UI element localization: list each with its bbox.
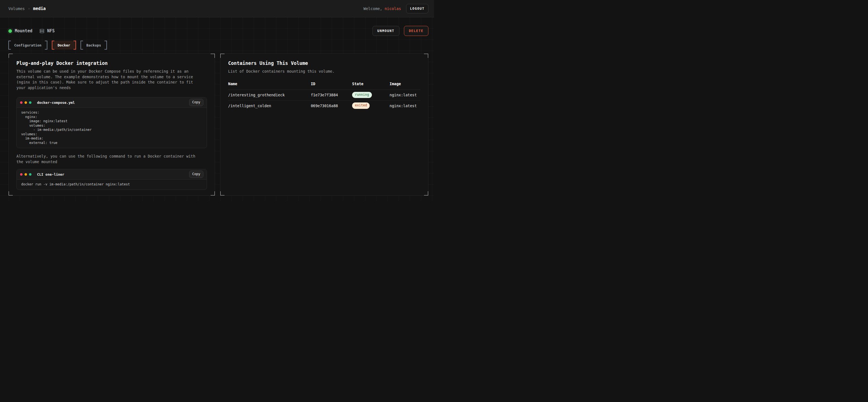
container-id: f1e73e7f3884 (311, 93, 352, 97)
delete-button[interactable]: DELETE (404, 26, 428, 36)
cli-intro-text: Alternatively, you can use the following… (17, 154, 201, 165)
containers-panel: Containers Using This Volume List of Doc… (220, 54, 428, 196)
container-image: nginx:latest (390, 93, 420, 97)
containers-table: Name ID State Image /interesting_grothen… (228, 81, 420, 111)
traffic-light-red-icon (20, 101, 23, 104)
logout-button[interactable]: LOGOUT (406, 4, 428, 13)
header-id: ID (311, 81, 352, 86)
traffic-light-green-icon (29, 101, 31, 104)
traffic-light-red-icon (20, 173, 23, 176)
table-row: /interesting_grothendieck f1e73e7f3884 r… (228, 90, 420, 100)
volume-status-group: Mounted NFS (8, 28, 55, 33)
status-row: Mounted NFS UNMOUNT DELET (8, 26, 428, 36)
traffic-light-amber-icon (25, 101, 27, 104)
container-state: exited (352, 102, 390, 109)
tab-configuration[interactable]: Configuration (8, 41, 48, 49)
panel-corner (220, 54, 224, 58)
chevron-right-icon: › (28, 6, 30, 10)
panel-corner (8, 54, 13, 58)
page-content: Mounted NFS UNMOUNT DELET (0, 26, 434, 196)
containers-table-header: Name ID State Image (228, 81, 420, 90)
traffic-light-amber-icon (25, 173, 27, 176)
compose-filename: docker-compose.yml (37, 100, 75, 105)
container-image: nginx:latest (390, 104, 420, 108)
panel-corner (424, 191, 428, 196)
status-badge: exited (352, 102, 370, 109)
container-name: /interesting_grothendieck (228, 93, 311, 97)
mounted-status-dot-icon (8, 29, 12, 33)
tab-docker[interactable]: Docker (52, 41, 76, 49)
docker-panel-title: Plug-and-play Docker integration (17, 60, 207, 66)
compose-copy-button[interactable]: Copy (189, 99, 203, 106)
welcome-text: Welcome, nicolas (364, 6, 401, 11)
fs-type-label: NFS (47, 28, 55, 33)
topbar: Volumes › media Welcome, nicolas LOGOUT (0, 0, 434, 17)
containers-panel-title: Containers Using This Volume (228, 60, 420, 66)
username: nicolas (385, 6, 401, 11)
containers-panel-subtitle: List of Docker containers mounting this … (228, 69, 412, 74)
breadcrumb-current-volume: media (33, 6, 46, 11)
tab-backups[interactable]: Backups (81, 41, 107, 49)
compose-code: services: nginx: image: nginx:latest vol… (17, 108, 207, 148)
volume-detail-page: Volumes › media Welcome, nicolas LOGOUT … (0, 0, 434, 201)
compose-code-block: docker-compose.yml Copy services: nginx:… (17, 97, 207, 148)
server-icon (39, 29, 44, 33)
status-badge: running (352, 92, 372, 98)
mount-status-label: Mounted (15, 28, 32, 33)
container-id: 069e73016a88 (311, 104, 352, 108)
topbar-right: Welcome, nicolas LOGOUT (364, 4, 428, 13)
panel-corner (8, 191, 13, 196)
panel-corner (424, 54, 428, 58)
volume-actions: UNMOUNT DELETE (372, 26, 428, 36)
cli-title: CLI one-liner (37, 172, 64, 176)
cli-code-block: CLI one-liner Copy docker run -v im-medi… (17, 169, 207, 190)
panels: Plug-and-play Docker integration This vo… (8, 54, 428, 196)
breadcrumb-volumes-link[interactable]: Volumes (8, 6, 25, 11)
cli-copy-button[interactable]: Copy (189, 171, 203, 178)
panel-corner (220, 191, 224, 196)
panel-corner (211, 54, 215, 58)
unmount-button[interactable]: UNMOUNT (372, 26, 399, 36)
cli-code-header: CLI one-liner Copy (17, 169, 207, 179)
welcome-prefix: Welcome, (364, 6, 385, 11)
header-state: State (352, 81, 390, 86)
breadcrumb: Volumes › media (8, 6, 46, 11)
mount-status: Mounted (8, 28, 32, 33)
traffic-light-green-icon (29, 173, 31, 176)
table-row: /intelligent_colden 069e73016a88 exited … (228, 100, 420, 111)
header-name: Name (228, 81, 311, 86)
docker-panel-description: This volume can be used in your Docker C… (17, 69, 201, 91)
cli-code: docker run -v im-media:/path/in/containe… (17, 179, 207, 190)
panel-corner (211, 191, 215, 196)
container-name: /intelligent_colden (228, 104, 311, 108)
header-image: Image (390, 81, 420, 86)
docker-integration-panel: Plug-and-play Docker integration This vo… (8, 54, 215, 196)
compose-code-header: docker-compose.yml Copy (17, 97, 207, 108)
tab-bar: Configuration Docker Backups (8, 41, 428, 49)
fs-type: NFS (39, 28, 55, 33)
container-state: running (352, 92, 390, 98)
